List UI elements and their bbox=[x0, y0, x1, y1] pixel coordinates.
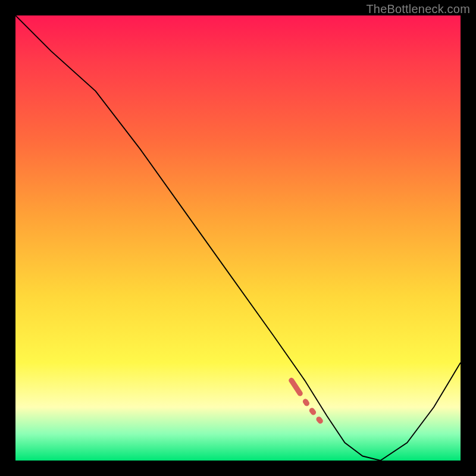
chart-frame: TheBottleneck.com bbox=[0, 0, 476, 476]
bottleneck-curve bbox=[15, 15, 461, 461]
optimal-highlight bbox=[292, 380, 381, 461]
watermark: TheBottleneck.com bbox=[366, 2, 470, 16]
curve-layer bbox=[15, 15, 461, 461]
plot-area bbox=[15, 15, 461, 461]
